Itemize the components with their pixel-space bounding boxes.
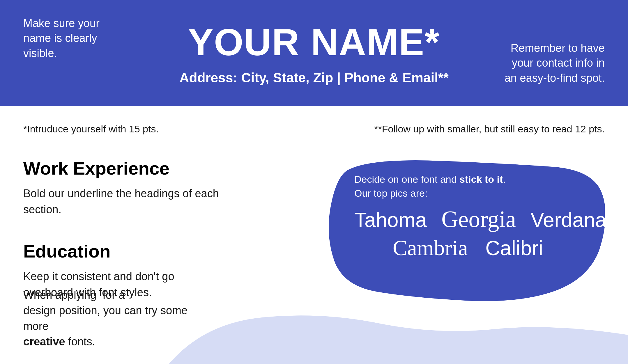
header-tip-right: Remember to have your contact info in an… [505,41,605,86]
blob-intro-text: Decide on one font and stick to it. Our … [354,173,581,200]
work-experience-heading: Work Experience [23,158,227,179]
header-section: Make sure your name is clearly visible. … [0,0,628,106]
work-experience-body: Bold our underline the headings of each … [23,186,227,218]
content-section: *Intruduce yourself with 15 pts. **Follo… [0,106,628,364]
fonts-row-1: Tahoma Georgia Verdana [354,206,581,232]
address-line: Address: City, State, Zip | Phone & Emai… [179,70,449,86]
footnote-left: *Intruduce yourself with 15 pts. [23,123,159,135]
font-tahoma: Tahoma [354,208,427,232]
page-wrapper: Make sure your name is clearly visible. … [0,0,628,364]
fonts-row-2: Cambria Calibri [354,235,581,260]
footnotes-row: *Intruduce yourself with 15 pts. **Follo… [23,123,605,135]
bottom-area: When applying for a design position, you… [0,265,628,364]
blob-text: Decide on one font and stick to it. Our … [319,158,605,272]
bottom-left-text: When applying for a design position, you… [23,287,198,349]
header-tip-left: Make sure your name is clearly visible. [23,16,100,61]
education-heading: Education [23,241,227,262]
your-name-heading: YOUR NAME* [188,20,440,64]
font-verdana: Verdana [530,208,606,232]
footnote-right: **Follow up with smaller, but still easy… [374,123,605,135]
font-georgia: Georgia [441,206,516,232]
font-cambria: Cambria [393,235,468,260]
font-calibri: Calibri [485,237,543,260]
